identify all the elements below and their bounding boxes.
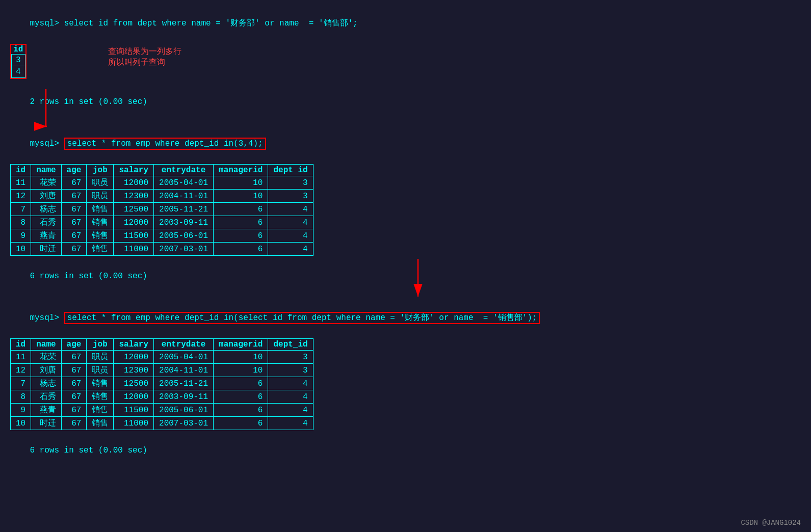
col-age: age — [61, 165, 87, 176]
table-row: 9燕青67销售115002005-06-0164 — [11, 404, 313, 417]
id-table-wrapper: id 3 4 — [10, 44, 27, 82]
table-row: 10时迁67销售110002007-03-0164 — [11, 243, 313, 256]
emp-table-2: id name age job salary entrydate manager… — [10, 338, 313, 430]
prompt3: mysql> — [30, 313, 64, 323]
table-row: 12刘唐67职员123002004-11-01103 — [11, 364, 313, 377]
col-job: job — [87, 165, 114, 176]
emp-table-1-section: id name age job salary entrydate manager… — [10, 164, 801, 256]
query2-box: select * from emp where dept_id in(3,4); — [64, 138, 266, 150]
query3-line: mysql> select * from emp where dept_id i… — [10, 300, 801, 336]
table-row: 11花荣67职员120002005-04-01103 — [11, 176, 313, 190]
rows-info-1: 2 rows in set (0.00 sec) — [10, 84, 801, 120]
table-row: 8石秀67销售120002003-09-1164 — [11, 390, 313, 404]
col-name: name — [31, 165, 61, 176]
col-id: id — [11, 165, 31, 176]
id-table: id 3 4 — [11, 45, 25, 78]
emp-table-2-section: id name age job salary entrydate manager… — [10, 338, 801, 430]
table-row: 7杨志67销售125002005-11-2164 — [11, 377, 313, 390]
id-row-3: 3 — [12, 55, 25, 66]
col-managerid: managerid — [214, 165, 268, 176]
rows-info-3: 6 rows in set (0.00 sec) — [10, 432, 801, 469]
id-table-section: id 3 4 查询结果为一列多行 所以叫列子查询 — [10, 44, 801, 82]
table-row: 10时迁67销售110002007-03-0164 — [11, 417, 313, 430]
emp-table-1: id name age job salary entrydate manager… — [10, 164, 313, 256]
terminal: mysql> select id from dept where name = … — [10, 5, 801, 469]
col2-id: id — [11, 339, 31, 351]
id-col-header: id — [12, 45, 25, 55]
annotation-block: 查询结果为一列多行 所以叫列子查询 — [108, 46, 181, 68]
table-row: 12刘唐67职员123002004-11-01103 — [11, 190, 313, 203]
footer: CSDN @JANG1024 — [741, 519, 801, 527]
col-salary: salary — [114, 165, 154, 176]
col2-entrydate: entrydate — [154, 339, 214, 351]
table-row: 11花荣67职员120002005-04-01103 — [11, 351, 313, 364]
id-row-4: 4 — [12, 66, 25, 78]
annotation-line1: 查询结果为一列多行 — [108, 46, 181, 57]
prompt: mysql> — [30, 19, 64, 28]
col2-deptid: dept_id — [268, 339, 313, 351]
col2-age: age — [61, 339, 87, 351]
table-row: 9燕青67销售115002005-06-0164 — [11, 229, 313, 243]
table-row: 7杨志67销售125002005-11-2164 — [11, 203, 313, 216]
col2-job: job — [87, 339, 114, 351]
rows-info-2: 6 rows in set (0.00 sec) — [10, 258, 801, 295]
col2-managerid: managerid — [214, 339, 268, 351]
annotation-line2: 所以叫列子查询 — [108, 57, 181, 68]
top-query-line: mysql> select id from dept where name = … — [10, 5, 801, 42]
id-table-redbox: id 3 4 — [10, 44, 27, 79]
prompt2: mysql> — [30, 139, 64, 148]
query3-box: select * from emp where dept_id in(selec… — [64, 312, 540, 324]
col2-salary: salary — [114, 339, 154, 351]
top-query-text: select id from dept where name = '财务部' o… — [64, 19, 358, 28]
col-entrydate: entrydate — [154, 165, 214, 176]
table-row: 8石秀67销售120002003-09-1164 — [11, 216, 313, 229]
query2-line: mysql> select * from emp where dept_id i… — [10, 125, 801, 162]
col-deptid: dept_id — [268, 165, 313, 176]
col2-name: name — [31, 339, 61, 351]
